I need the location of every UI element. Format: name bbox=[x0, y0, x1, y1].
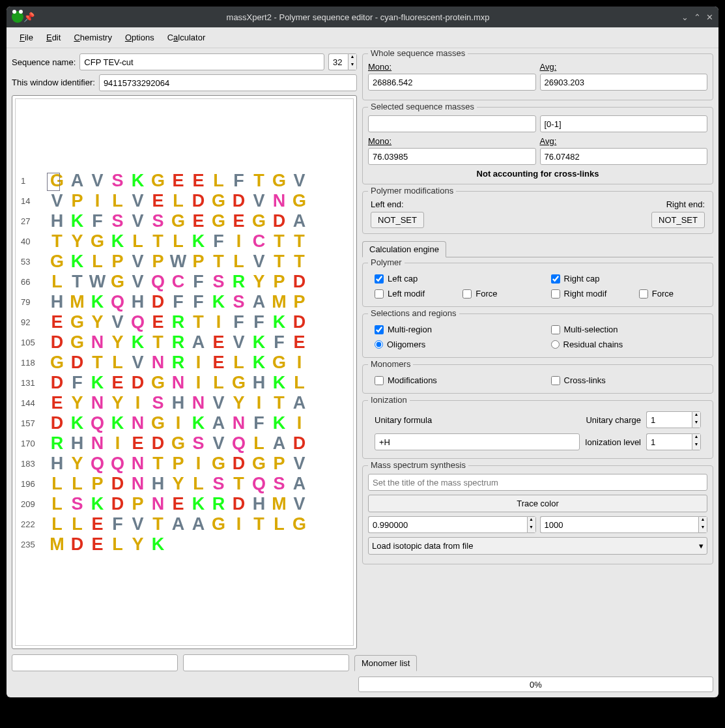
residue[interactable]: S bbox=[148, 394, 168, 413]
residue[interactable]: C bbox=[168, 272, 188, 292]
residue[interactable]: F bbox=[249, 414, 269, 433]
residue[interactable]: D bbox=[67, 535, 87, 555]
residue[interactable]: D bbox=[229, 192, 249, 211]
pin-icon[interactable]: 📌 bbox=[23, 12, 35, 22]
residue[interactable]: L bbox=[289, 373, 309, 393]
residue[interactable]: N bbox=[128, 414, 148, 433]
residue[interactable]: I bbox=[208, 313, 229, 332]
residue[interactable]: M bbox=[67, 293, 87, 312]
residue[interactable]: H bbox=[47, 454, 67, 474]
residue[interactable]: Q bbox=[107, 454, 128, 474]
residue[interactable]: T bbox=[67, 272, 87, 292]
residue[interactable]: P bbox=[87, 474, 107, 494]
residue[interactable]: L bbox=[208, 171, 229, 191]
menu-options[interactable]: Options bbox=[119, 30, 161, 45]
residue[interactable]: M bbox=[269, 293, 289, 312]
residue[interactable]: N bbox=[229, 414, 249, 433]
window-id-input[interactable] bbox=[99, 74, 357, 91]
residue[interactable]: T bbox=[188, 313, 208, 332]
sel-range-input[interactable] bbox=[540, 115, 708, 132]
residue[interactable]: F bbox=[249, 313, 269, 332]
residue[interactable]: K bbox=[188, 232, 208, 252]
force2-checkbox[interactable] bbox=[639, 289, 648, 298]
residue[interactable]: G bbox=[229, 373, 249, 393]
residue[interactable]: A bbox=[249, 293, 269, 312]
residue[interactable]: N bbox=[128, 454, 148, 474]
residue[interactable]: F bbox=[229, 171, 249, 191]
residue[interactable]: F bbox=[229, 313, 249, 332]
residue[interactable]: K bbox=[87, 495, 107, 514]
residue[interactable]: L bbox=[188, 474, 208, 494]
residue[interactable]: E bbox=[148, 313, 168, 332]
residue[interactable]: E bbox=[208, 333, 229, 353]
residue[interactable]: R bbox=[168, 313, 188, 332]
residue[interactable]: G bbox=[249, 212, 269, 231]
residue[interactable]: L bbox=[249, 434, 269, 454]
residue[interactable]: K bbox=[128, 171, 148, 191]
residue[interactable]: P bbox=[289, 293, 309, 312]
points-input[interactable] bbox=[540, 516, 699, 533]
menu-file[interactable]: File bbox=[13, 30, 40, 45]
residue[interactable]: G bbox=[87, 232, 107, 252]
residue[interactable]: G bbox=[269, 353, 289, 373]
residue[interactable]: Y bbox=[67, 454, 87, 474]
residue[interactable]: G bbox=[208, 454, 229, 474]
residue[interactable]: T bbox=[289, 232, 309, 252]
residue[interactable]: I bbox=[87, 192, 107, 211]
calc-engine-tab-label[interactable]: Calculation engine bbox=[362, 241, 446, 257]
multi-region-checkbox[interactable] bbox=[375, 325, 384, 334]
monomer-list-tab[interactable]: Monomer list bbox=[354, 655, 417, 671]
residue[interactable]: T bbox=[148, 454, 168, 474]
residue[interactable]: G bbox=[148, 414, 168, 433]
residue[interactable]: N bbox=[87, 333, 107, 353]
residue[interactable]: G bbox=[289, 192, 309, 211]
residue[interactable]: V bbox=[249, 192, 269, 211]
residue[interactable]: V bbox=[128, 252, 148, 272]
unitary-charge-input[interactable] bbox=[646, 411, 692, 428]
residue[interactable]: D bbox=[269, 212, 289, 231]
right-end-button[interactable]: NOT_SET bbox=[651, 212, 705, 228]
residue[interactable]: V bbox=[208, 394, 229, 413]
residue[interactable]: Y bbox=[107, 333, 128, 353]
residue[interactable]: Y bbox=[168, 474, 188, 494]
residue[interactable]: K bbox=[269, 313, 289, 332]
residue[interactable]: Q bbox=[87, 454, 107, 474]
columns-value[interactable] bbox=[328, 53, 348, 70]
residue[interactable]: G bbox=[168, 212, 188, 231]
residue[interactable]: H bbox=[168, 394, 188, 413]
residue[interactable]: N bbox=[168, 373, 188, 393]
spin-down-icon[interactable]: ▼ bbox=[348, 62, 356, 70]
residue[interactable]: N bbox=[87, 434, 107, 454]
residue[interactable]: A bbox=[188, 515, 208, 534]
residue[interactable]: D bbox=[148, 293, 168, 312]
residue[interactable]: E bbox=[47, 313, 67, 332]
menu-chemistry[interactable]: Chemistry bbox=[67, 30, 119, 45]
cross-links-checkbox[interactable] bbox=[551, 376, 560, 385]
residue[interactable]: G bbox=[168, 434, 188, 454]
close-icon[interactable]: ✕ bbox=[706, 12, 713, 22]
residue[interactable]: V bbox=[128, 353, 148, 373]
residue[interactable]: P bbox=[188, 252, 208, 272]
residue[interactable]: P bbox=[107, 252, 128, 272]
residue[interactable]: K bbox=[188, 414, 208, 433]
residue[interactable]: K bbox=[188, 495, 208, 514]
sel-avg-input[interactable] bbox=[540, 148, 708, 165]
residue[interactable]: R bbox=[208, 495, 229, 514]
force1-checkbox[interactable] bbox=[462, 289, 472, 298]
residue[interactable]: K bbox=[249, 353, 269, 373]
residue[interactable]: I bbox=[188, 353, 208, 373]
unitary-formula-input[interactable] bbox=[375, 433, 580, 450]
residue[interactable]: A bbox=[188, 333, 208, 353]
residue[interactable]: V bbox=[289, 171, 309, 191]
residue[interactable]: E bbox=[168, 495, 188, 514]
minimize-icon[interactable]: ⌄ bbox=[681, 12, 689, 22]
residue[interactable]: T bbox=[148, 515, 168, 534]
residue[interactable]: A bbox=[168, 515, 188, 534]
left-end-button[interactable]: NOT_SET bbox=[371, 212, 424, 228]
whole-mono-input[interactable] bbox=[368, 74, 536, 91]
residue[interactable]: M bbox=[269, 495, 289, 514]
residue[interactable]: G bbox=[148, 373, 168, 393]
status-input-1[interactable] bbox=[12, 654, 178, 671]
trace-color-button[interactable]: Trace color bbox=[368, 495, 707, 512]
right-cap-checkbox[interactable] bbox=[551, 274, 560, 284]
